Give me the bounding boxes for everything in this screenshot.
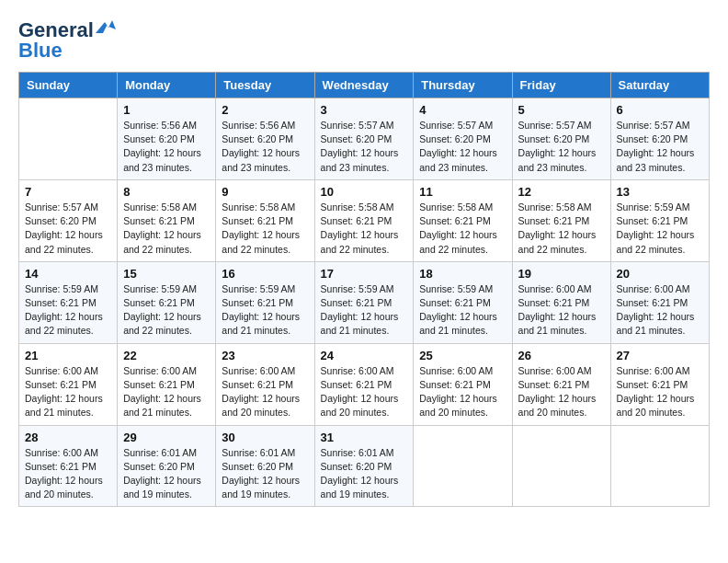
- day-number: 25: [419, 349, 506, 362]
- cell-details: Sunrise: 5:56 AMSunset: 6:20 PMDaylight:…: [123, 119, 210, 175]
- header-thursday: Thursday: [414, 73, 512, 98]
- calendar-cell: [610, 425, 709, 507]
- svg-marker-0: [96, 20, 116, 33]
- cell-details: Sunrise: 6:00 AMSunset: 6:21 PMDaylight:…: [518, 282, 605, 339]
- cell-details: Sunrise: 5:59 AMSunset: 6:21 PMDaylight:…: [419, 282, 506, 339]
- day-number: 21: [25, 349, 111, 362]
- calendar-cell: 24Sunrise: 6:00 AMSunset: 6:21 PMDayligh…: [314, 343, 414, 425]
- calendar-cell: 13Sunrise: 5:59 AMSunset: 6:21 PMDayligh…: [610, 179, 709, 261]
- cell-details: Sunrise: 5:58 AMSunset: 6:21 PMDaylight:…: [123, 201, 210, 257]
- day-number: 8: [123, 185, 210, 199]
- day-number: 20: [617, 267, 703, 281]
- calendar-cell: 12Sunrise: 5:58 AMSunset: 6:21 PMDayligh…: [512, 179, 610, 261]
- calendar-cell: 23Sunrise: 6:00 AMSunset: 6:21 PMDayligh…: [216, 343, 314, 425]
- calendar-week-1: 1Sunrise: 5:56 AMSunset: 6:20 PMDaylight…: [19, 98, 710, 180]
- cell-details: Sunrise: 5:57 AMSunset: 6:20 PMDaylight:…: [518, 119, 605, 175]
- cell-details: Sunrise: 5:58 AMSunset: 6:21 PMDaylight:…: [518, 201, 605, 257]
- cell-details: Sunrise: 6:01 AMSunset: 6:20 PMDaylight:…: [222, 446, 308, 502]
- day-number: 16: [222, 267, 308, 281]
- day-number: 3: [321, 103, 408, 117]
- calendar-cell: 3Sunrise: 5:57 AMSunset: 6:20 PMDaylight…: [314, 98, 414, 180]
- day-number: 14: [25, 267, 111, 281]
- header-sunday: Sunday: [19, 73, 118, 98]
- day-number: 28: [25, 431, 111, 444]
- day-number: 15: [123, 267, 210, 281]
- header-friday: Friday: [512, 73, 610, 98]
- header-tuesday: Tuesday: [216, 73, 314, 98]
- day-number: 4: [419, 103, 506, 117]
- day-number: 10: [321, 185, 408, 199]
- calendar-cell: 25Sunrise: 6:00 AMSunset: 6:21 PMDayligh…: [414, 343, 512, 425]
- day-number: 7: [25, 185, 111, 199]
- cell-details: Sunrise: 5:57 AMSunset: 6:20 PMDaylight:…: [419, 119, 506, 175]
- cell-details: Sunrise: 6:00 AMSunset: 6:21 PMDaylight:…: [123, 364, 210, 420]
- calendar-cell: 16Sunrise: 5:59 AMSunset: 6:21 PMDayligh…: [216, 261, 314, 343]
- calendar-cell: 11Sunrise: 5:58 AMSunset: 6:21 PMDayligh…: [414, 179, 512, 261]
- cell-details: Sunrise: 6:00 AMSunset: 6:21 PMDaylight:…: [25, 364, 111, 420]
- day-number: 1: [123, 103, 210, 117]
- day-number: 6: [617, 103, 703, 117]
- cell-details: Sunrise: 6:00 AMSunset: 6:21 PMDaylight:…: [222, 364, 308, 420]
- calendar-cell: 14Sunrise: 5:59 AMSunset: 6:21 PMDayligh…: [19, 261, 118, 343]
- calendar-cell: 8Sunrise: 5:58 AMSunset: 6:21 PMDaylight…: [118, 179, 216, 261]
- calendar-cell: 6Sunrise: 5:57 AMSunset: 6:20 PMDaylight…: [610, 98, 709, 180]
- calendar-week-3: 14Sunrise: 5:59 AMSunset: 6:21 PMDayligh…: [19, 261, 710, 343]
- logo: General Blue: [18, 18, 116, 63]
- day-number: 2: [222, 103, 308, 117]
- logo-bird-icon: [96, 20, 116, 37]
- day-number: 26: [518, 349, 605, 362]
- day-number: 30: [222, 431, 308, 444]
- day-number: 11: [419, 185, 506, 199]
- calendar-cell: [414, 425, 512, 507]
- day-number: 24: [321, 349, 408, 362]
- calendar-cell: 22Sunrise: 6:00 AMSunset: 6:21 PMDayligh…: [118, 343, 216, 425]
- cell-details: Sunrise: 6:00 AMSunset: 6:21 PMDaylight:…: [617, 282, 703, 339]
- day-number: 22: [123, 349, 210, 362]
- calendar-cell: 30Sunrise: 6:01 AMSunset: 6:20 PMDayligh…: [216, 425, 314, 507]
- calendar-cell: 27Sunrise: 6:00 AMSunset: 6:21 PMDayligh…: [610, 343, 709, 425]
- cell-details: Sunrise: 5:59 AMSunset: 6:21 PMDaylight:…: [123, 282, 210, 339]
- calendar-cell: 21Sunrise: 6:00 AMSunset: 6:21 PMDayligh…: [19, 343, 118, 425]
- calendar-cell: 1Sunrise: 5:56 AMSunset: 6:20 PMDaylight…: [118, 98, 216, 180]
- cell-details: Sunrise: 5:58 AMSunset: 6:21 PMDaylight:…: [321, 201, 408, 257]
- calendar-cell: 2Sunrise: 5:56 AMSunset: 6:20 PMDaylight…: [216, 98, 314, 180]
- calendar-week-4: 21Sunrise: 6:00 AMSunset: 6:21 PMDayligh…: [19, 343, 710, 425]
- cell-details: Sunrise: 5:56 AMSunset: 6:20 PMDaylight:…: [222, 119, 308, 175]
- day-number: 12: [518, 185, 605, 199]
- cell-details: Sunrise: 5:57 AMSunset: 6:20 PMDaylight:…: [321, 119, 408, 175]
- cell-details: Sunrise: 6:00 AMSunset: 6:21 PMDaylight:…: [617, 364, 703, 420]
- cell-details: Sunrise: 6:00 AMSunset: 6:21 PMDaylight:…: [321, 364, 408, 420]
- day-number: 19: [518, 267, 605, 281]
- calendar-week-2: 7Sunrise: 5:57 AMSunset: 6:20 PMDaylight…: [19, 179, 710, 261]
- cell-details: Sunrise: 5:57 AMSunset: 6:20 PMDaylight:…: [617, 119, 703, 175]
- calendar-cell: 29Sunrise: 6:01 AMSunset: 6:20 PMDayligh…: [118, 425, 216, 507]
- cell-details: Sunrise: 5:58 AMSunset: 6:21 PMDaylight:…: [222, 201, 308, 257]
- cell-details: Sunrise: 5:59 AMSunset: 6:21 PMDaylight:…: [25, 282, 111, 339]
- day-number: 9: [222, 185, 308, 199]
- cell-details: Sunrise: 5:59 AMSunset: 6:21 PMDaylight:…: [222, 282, 308, 339]
- day-number: 23: [222, 349, 308, 362]
- calendar-cell: 10Sunrise: 5:58 AMSunset: 6:21 PMDayligh…: [314, 179, 414, 261]
- header-monday: Monday: [118, 73, 216, 98]
- cell-details: Sunrise: 6:00 AMSunset: 6:21 PMDaylight:…: [25, 446, 111, 502]
- cell-details: Sunrise: 6:01 AMSunset: 6:20 PMDaylight:…: [321, 446, 408, 502]
- cell-details: Sunrise: 6:01 AMSunset: 6:20 PMDaylight:…: [123, 446, 210, 502]
- cell-details: Sunrise: 5:59 AMSunset: 6:21 PMDaylight:…: [321, 282, 408, 339]
- calendar-cell: 28Sunrise: 6:00 AMSunset: 6:21 PMDayligh…: [19, 425, 118, 507]
- calendar-cell: 26Sunrise: 6:00 AMSunset: 6:21 PMDayligh…: [512, 343, 610, 425]
- header-saturday: Saturday: [610, 73, 709, 98]
- day-number: 29: [123, 431, 210, 444]
- calendar-cell: 9Sunrise: 5:58 AMSunset: 6:21 PMDaylight…: [216, 179, 314, 261]
- calendar-cell: 5Sunrise: 5:57 AMSunset: 6:20 PMDaylight…: [512, 98, 610, 180]
- calendar-cell: [512, 425, 610, 507]
- calendar-header-row: SundayMondayTuesdayWednesdayThursdayFrid…: [19, 73, 710, 98]
- cell-details: Sunrise: 5:57 AMSunset: 6:20 PMDaylight:…: [25, 201, 111, 257]
- calendar-cell: [19, 98, 118, 180]
- day-number: 27: [617, 349, 703, 362]
- calendar-body: 1Sunrise: 5:56 AMSunset: 6:20 PMDaylight…: [19, 98, 710, 507]
- calendar-cell: 4Sunrise: 5:57 AMSunset: 6:20 PMDaylight…: [414, 98, 512, 180]
- calendar-cell: 17Sunrise: 5:59 AMSunset: 6:21 PMDayligh…: [314, 261, 414, 343]
- calendar-cell: 20Sunrise: 6:00 AMSunset: 6:21 PMDayligh…: [610, 261, 709, 343]
- calendar-cell: 15Sunrise: 5:59 AMSunset: 6:21 PMDayligh…: [118, 261, 216, 343]
- day-number: 18: [419, 267, 506, 281]
